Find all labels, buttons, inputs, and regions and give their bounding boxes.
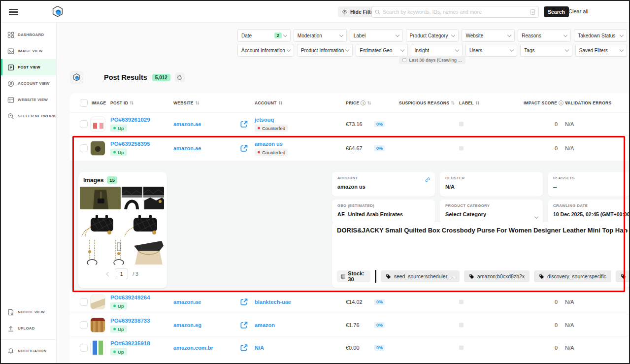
filter-product-category[interactable]: Product Category bbox=[406, 29, 459, 42]
table-row[interactable]: PO#639261029 Up amazon.ae jetsouq Counte… bbox=[70, 113, 630, 136]
product-image[interactable] bbox=[107, 239, 132, 265]
tag-chip[interactable]: discovery_source:specific bbox=[534, 270, 611, 282]
expanded-post-detail: Images 15 bbox=[70, 161, 630, 290]
sidebar-item-notification[interactable]: NOTIFICATION bbox=[1, 343, 56, 359]
post-id-link[interactable]: PO#639261029 bbox=[110, 117, 150, 123]
account-link[interactable]: blanktech-uae bbox=[255, 299, 291, 305]
column-header-suspicious-reasons[interactable]: SUSPICIOUS REASONS bbox=[399, 100, 455, 105]
select-all-checkbox[interactable] bbox=[80, 99, 88, 107]
website-link[interactable]: amazon.ae bbox=[173, 145, 201, 151]
column-header-impact-score[interactable]: IMPACT SCORE bbox=[524, 100, 569, 105]
filter-count-badge: 2 bbox=[274, 33, 282, 38]
card-value: -- bbox=[553, 184, 625, 190]
product-image[interactable] bbox=[80, 239, 106, 265]
row-checkbox[interactable] bbox=[80, 144, 88, 152]
product-image[interactable] bbox=[122, 211, 164, 237]
filter-reasons[interactable]: Reasons bbox=[518, 29, 571, 42]
row-checkbox[interactable] bbox=[80, 344, 88, 352]
filter-label[interactable]: Label bbox=[350, 29, 403, 42]
category-select[interactable]: Select Category bbox=[445, 211, 537, 217]
account-link[interactable]: amazon bbox=[255, 322, 275, 328]
external-link-icon[interactable] bbox=[240, 144, 248, 153]
filter-estimated-geo[interactable]: Estimated Geo bbox=[356, 44, 407, 57]
row-checkbox[interactable] bbox=[80, 298, 88, 306]
column-header-price[interactable]: PRICE bbox=[346, 100, 371, 105]
filter-moderation[interactable]: Moderation bbox=[294, 29, 347, 42]
search-input[interactable] bbox=[383, 9, 528, 15]
filter-saved-filters[interactable]: Saved Filters bbox=[575, 44, 627, 57]
product-image[interactable] bbox=[133, 239, 164, 265]
filter-label: Insight bbox=[415, 48, 454, 53]
external-link-icon[interactable] bbox=[240, 120, 248, 129]
post-thumbnail[interactable] bbox=[90, 318, 105, 333]
filter-label: Saved Filters bbox=[579, 48, 618, 53]
table-row[interactable]: PO#639235918 Up amazon.com.br N/A €0.00 … bbox=[70, 336, 630, 359]
filter-takedown-status[interactable]: Takedown Status bbox=[574, 29, 627, 42]
post-thumbnail[interactable] bbox=[90, 141, 105, 156]
status-dot bbox=[113, 351, 116, 353]
page-number-input[interactable]: 1 bbox=[115, 268, 128, 279]
sidebar-item-post-view[interactable]: P POST VIEW bbox=[1, 59, 56, 75]
tag-chip[interactable]: seed_source:scheduler_... bbox=[381, 270, 460, 282]
tag-row: Stock: 30 seed_source:scheduler_... amaz… bbox=[337, 270, 630, 283]
sidebar-item-seller-network[interactable]: SELLER NETWORK bbox=[1, 108, 56, 124]
link-icon[interactable] bbox=[425, 176, 431, 185]
row-checkbox[interactable] bbox=[80, 321, 88, 329]
search-field[interactable] bbox=[371, 6, 539, 18]
post-id-link[interactable]: PO#639238733 bbox=[110, 318, 150, 324]
menu-icon[interactable] bbox=[9, 9, 18, 15]
account-link[interactable]: jetsouq bbox=[255, 117, 288, 123]
account-card: ACCOUNT amazon us bbox=[332, 172, 435, 197]
column-header-website[interactable]: WEBSITE bbox=[173, 100, 199, 105]
filter-users[interactable]: Users bbox=[465, 44, 517, 57]
post-id-link[interactable]: PO#639258395 bbox=[110, 141, 150, 147]
filter-tags[interactable]: Tags bbox=[520, 44, 572, 57]
sidebar-item-website-view[interactable]: WEBSITE VIEW bbox=[1, 92, 56, 108]
filter-date[interactable]: Date 2 bbox=[237, 29, 291, 42]
post-id-link[interactable]: PO#639249264 bbox=[110, 295, 150, 300]
sidebar-item-image-view[interactable]: IMAGE VIEW bbox=[1, 43, 56, 59]
prev-page-icon[interactable] bbox=[106, 271, 111, 276]
price-change-badge: 0% bbox=[374, 145, 385, 151]
row-checkbox[interactable] bbox=[80, 120, 88, 128]
refresh-button[interactable] bbox=[175, 72, 185, 82]
product-image[interactable] bbox=[122, 187, 164, 209]
filter-account-information[interactable]: Account Information bbox=[237, 44, 294, 57]
website-link[interactable]: amazon.com.br bbox=[173, 345, 213, 351]
website-link[interactable]: amazon.ae bbox=[173, 121, 201, 127]
sidebar-item-account-view[interactable]: ACCOUNT VIEW bbox=[1, 75, 56, 92]
filter-label: Date bbox=[241, 33, 272, 38]
filter-product-information[interactable]: Product Information bbox=[297, 44, 353, 57]
post-id-link[interactable]: PO#639235918 bbox=[110, 340, 150, 346]
external-link-icon[interactable] bbox=[240, 344, 248, 352]
website-link[interactable]: amazon.ae bbox=[173, 299, 201, 305]
search-button[interactable]: Search bbox=[544, 6, 569, 17]
filter-insight[interactable]: Insight bbox=[411, 44, 463, 57]
external-link-icon[interactable] bbox=[240, 298, 248, 306]
table-row[interactable]: PO#639238733 Up amazon.eg amazon €1.76 0… bbox=[70, 314, 630, 336]
filter-website[interactable]: Website bbox=[462, 29, 515, 42]
column-header-account[interactable]: ACCOUNT bbox=[255, 100, 283, 105]
product-image[interactable] bbox=[80, 211, 121, 237]
column-header-label[interactable]: LABEL bbox=[459, 100, 480, 105]
tag-chip[interactable]: amazon:b0cxd8zb2x bbox=[464, 270, 530, 282]
table-row-expanded[interactable]: PO#639258395 Up amazon.ae amazon us Coun… bbox=[70, 136, 630, 161]
tag-chip[interactable]: search_query:chanel bag bbox=[616, 270, 630, 282]
post-thumbnail[interactable] bbox=[90, 117, 105, 132]
column-header-post-id[interactable]: POST ID bbox=[110, 100, 134, 105]
filter-label: Takedown Status bbox=[578, 33, 618, 38]
sidebar-item-upload[interactable]: UPLOAD bbox=[1, 320, 56, 336]
applied-filter-chip[interactable]: Last 30 days (Crawling ... bbox=[399, 56, 465, 64]
external-link-icon[interactable] bbox=[240, 321, 248, 330]
sidebar-item-notice-view[interactable]: NOTICE VIEW bbox=[1, 304, 56, 320]
table-row[interactable]: PO#639249264 Up amazon.ae blanktech-uae … bbox=[70, 290, 630, 314]
sidebar-item-dashboard[interactable]: DASHBOARD bbox=[1, 27, 56, 43]
account-link[interactable]: amazon us bbox=[255, 141, 288, 147]
post-thumbnail[interactable] bbox=[90, 340, 105, 356]
website-link[interactable]: amazon.eg bbox=[173, 322, 201, 328]
product-image[interactable] bbox=[80, 187, 121, 209]
clear-all-button[interactable]: Clear all bbox=[568, 8, 588, 14]
post-thumbnail[interactable] bbox=[90, 295, 105, 310]
search-icon bbox=[375, 9, 380, 15]
account-link[interactable]: N/A bbox=[255, 345, 264, 351]
